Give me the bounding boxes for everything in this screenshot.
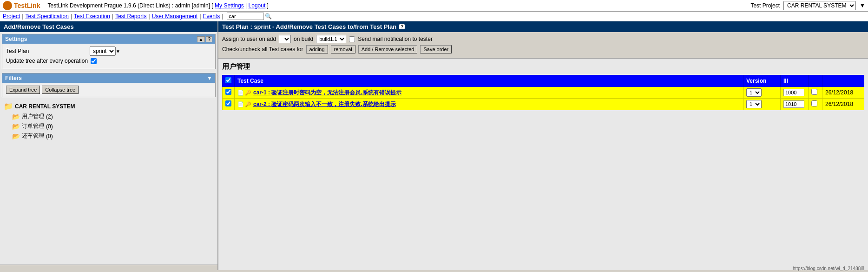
search-wrap: 🔍: [227, 13, 272, 20]
nav-test-specification[interactable]: Test Specification: [25, 13, 68, 20]
right-panel: Test Plan : sprint - Add/Remove Test Cas…: [218, 21, 868, 270]
row-checkbox[interactable]: [225, 100, 231, 106]
settings-section: Settings ▲ ? Test Plan sprint ▼ Update t…: [2, 34, 216, 69]
settings-header-buttons: ▲ ?: [197, 36, 212, 42]
table-header-row: Test Case Version III: [223, 75, 864, 87]
row-checkbox[interactable]: [225, 89, 231, 95]
send-mail-label: Send mail notification to tester: [358, 36, 433, 42]
row-title-cell: 📄🔑car-1 : 验证注册时密码为空，无法注册会员,系统有错误提示: [235, 87, 743, 99]
check-uncheck-label: Check/uncheck all Test cases for: [222, 46, 303, 53]
tree-item-returns[interactable]: 📂 还车管理 (0): [10, 131, 216, 141]
right-panel-title: Test Plan : sprint - Add/Remove Test Cas…: [218, 21, 868, 32]
tree-item-users[interactable]: 📂 用户管理 (2): [10, 112, 216, 121]
select-all-checkbox[interactable]: [225, 77, 231, 83]
version-select[interactable]: 1: [746, 88, 762, 97]
test-plan-arrow: ▼: [116, 49, 120, 54]
test-project-select[interactable]: CAR RENTAL SYSTEM: [783, 1, 856, 10]
header-date: [822, 75, 864, 87]
settings-help-btn[interactable]: ?: [206, 36, 212, 42]
row-order-cell: [781, 87, 809, 99]
app-logo: TestLink: [3, 1, 40, 10]
folder-icon-orders: 📂: [12, 123, 20, 130]
assign-row: Assign to user on add on build build1.1 …: [222, 35, 864, 43]
test-suite-title: 用户管理: [222, 62, 864, 71]
row-checkbox-cell: [223, 87, 235, 99]
header-col4: [809, 75, 822, 87]
horizontal-scrollbar[interactable]: [0, 265, 217, 270]
row-checkbox-cell: [223, 99, 235, 110]
header-version: Version: [743, 75, 781, 87]
save-order-button[interactable]: Save order: [420, 45, 452, 53]
row-title-cell: 📄🔑car-2 : 验证密码两次输入不一致，注册失败,系统给出提示: [235, 99, 743, 110]
folder-icon-returns: 📂: [12, 133, 20, 140]
tree-item-orders-label: 订单管理: [22, 122, 44, 130]
row-date-cell: 26/12/2018: [822, 87, 864, 99]
update-tree-label: Update tree after every operation: [6, 58, 90, 64]
expand-tree-btn[interactable]: Expand tree: [6, 86, 40, 94]
key-icon: 🔑: [245, 101, 251, 107]
assign-select[interactable]: [279, 35, 291, 43]
row-edit-checkbox[interactable]: [811, 89, 817, 95]
tree-item-users-count: (2): [46, 113, 53, 120]
row-version-cell: 1: [743, 87, 781, 99]
settings-header: Settings ▲ ?: [2, 34, 215, 44]
settings-collapse-btn[interactable]: ▲: [197, 36, 205, 42]
my-settings-link[interactable]: My Settings: [215, 2, 244, 9]
row-edit-checkbox[interactable]: [811, 100, 817, 106]
tree-item-orders[interactable]: 📂 订单管理 (0): [10, 121, 216, 131]
nav-test-reports[interactable]: Test Reports: [115, 13, 146, 20]
adding-button[interactable]: adding: [306, 45, 328, 53]
table-row: 📄🔑car-1 : 验证注册时密码为空，无法注册会员,系统有错误提示126/12…: [223, 87, 864, 99]
nav-events[interactable]: Events: [203, 13, 220, 20]
tree-item-returns-label: 还车管理: [22, 132, 44, 140]
right-panel-help-icon[interactable]: ?: [399, 24, 405, 29]
bottom-url: https://blog.csdn.net/wi_ri_21488i8: [793, 266, 864, 270]
version-select[interactable]: 1: [746, 100, 762, 108]
row-title-link[interactable]: car-2 : 验证密码两次输入不一致，注册失败,系统给出提示: [253, 101, 396, 107]
root-folder-icon: 📁: [4, 102, 13, 111]
test-cases-table: Test Case Version III 📄🔑car-1 : 验证注册时密码为…: [222, 75, 864, 110]
tree-root[interactable]: 📁 CAR RENTAL SYSTEM: [2, 101, 216, 112]
collapse-tree-btn[interactable]: Collapse tree: [42, 86, 79, 94]
doc-icon: 📄: [237, 90, 244, 95]
right-controls: Assign to user on add on build build1.1 …: [218, 32, 868, 59]
settings-body: Test Plan sprint ▼ Update tree after eve…: [2, 44, 215, 69]
row-version-cell: 1: [743, 99, 781, 110]
nav-project[interactable]: Project: [3, 13, 20, 20]
update-tree-row: Update tree after every operation: [6, 58, 211, 64]
logout-link[interactable]: Logout: [249, 2, 266, 9]
build-select[interactable]: build1.1: [316, 35, 346, 43]
test-cases-tbody: 📄🔑car-1 : 验证注册时密码为空，无法注册会员,系统有错误提示126/12…: [223, 87, 864, 110]
on-build-label: on build: [294, 36, 313, 42]
nav-user-management[interactable]: User Management: [152, 13, 198, 20]
row-edit-cell: [809, 87, 822, 99]
check-row: Check/uncheck all Test cases for adding …: [222, 45, 864, 53]
table-row: 📄🔑car-2 : 验证密码两次输入不一致，注册失败,系统给出提示126/12/…: [223, 99, 864, 110]
send-mail-checkbox[interactable]: [349, 36, 355, 42]
filters-section: Filters ▼ Expand tree Collapse tree: [2, 73, 216, 97]
order-input[interactable]: [783, 100, 804, 108]
tree-item-returns-count: (0): [46, 133, 53, 139]
tree-item-orders-count: (0): [46, 123, 53, 130]
logo-icon: [3, 1, 12, 10]
tree-children: 📂 用户管理 (2) 📂 订单管理 (0) 📂 还车管理 (0): [10, 112, 216, 141]
order-input[interactable]: [783, 89, 804, 96]
settings-title: Settings: [5, 36, 27, 42]
row-date-cell: 26/12/2018: [822, 99, 864, 110]
dropdown-arrow: ▼: [860, 2, 865, 9]
test-plan-select[interactable]: sprint: [90, 46, 116, 56]
tree-root-label: CAR RENTAL SYSTEM: [15, 103, 75, 110]
app-title: TestLink Development Prague 1.9.6 (Direc…: [48, 2, 269, 9]
row-edit-cell: [809, 99, 822, 110]
filters-collapse-icon: ▼: [207, 75, 212, 81]
update-tree-checkbox[interactable]: [91, 58, 97, 64]
search-input[interactable]: [227, 13, 264, 20]
tree-item-users-label: 用户管理: [22, 113, 44, 120]
add-remove-selected-button[interactable]: Add / Remove selected: [358, 45, 418, 53]
key-icon: 🔑: [245, 90, 251, 95]
left-panel: Add/Remove Test Cases Settings ▲ ? Test …: [0, 21, 218, 270]
nav-test-execution[interactable]: Test Execution: [74, 13, 110, 20]
search-button[interactable]: 🔍: [265, 13, 272, 20]
removal-button[interactable]: removal: [331, 45, 355, 53]
row-title-link[interactable]: car-1 : 验证注册时密码为空，无法注册会员,系统有错误提示: [253, 89, 401, 96]
